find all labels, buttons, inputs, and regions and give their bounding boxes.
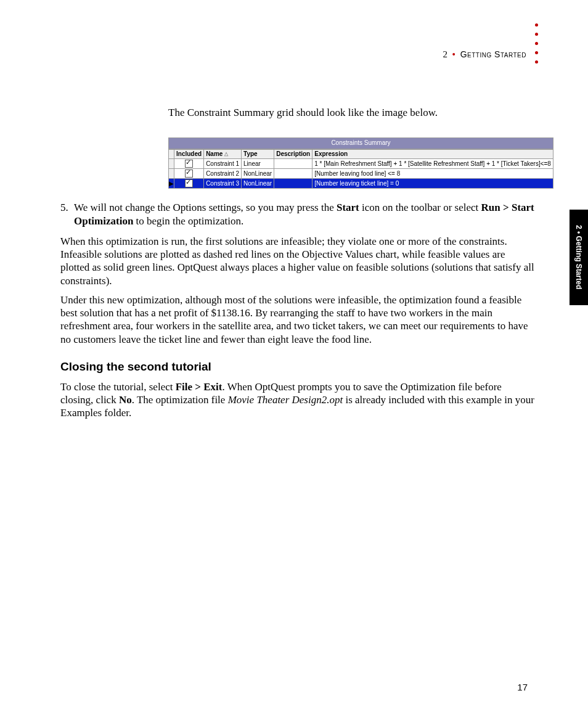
col-expression: Expression: [312, 149, 553, 159]
paragraph-infeasible: When this optimization is run, the first…: [60, 235, 535, 287]
dot-icon: [535, 42, 538, 45]
row-selector-header: [169, 149, 174, 159]
cell-description: [274, 159, 312, 169]
cell-name: Constraint 2: [204, 169, 242, 179]
side-thumb-tab: 2 • Getting Started: [570, 210, 588, 305]
grid-header-row: Included Name △ Type Description Express…: [169, 149, 553, 159]
col-name: Name △: [204, 149, 242, 159]
step5-bold1: Start: [337, 202, 359, 213]
intro-paragraph: The Constraint Summary grid should look …: [168, 106, 535, 119]
col-description: Description: [274, 149, 312, 159]
running-header: 2 • Getting Started: [443, 49, 526, 60]
sort-asc-icon: △: [224, 151, 228, 157]
table-row: Constraint 1 Linear 1 * [Main Refreshmen…: [169, 159, 553, 169]
table-row-selected: ▶ Constraint 3 NonLinear [Number leaving…: [169, 179, 553, 189]
cell-expression: 1 * [Main Refreshment Staff] + 1 * [Sate…: [312, 159, 553, 169]
step5-text1: We will not change the Options settings,…: [74, 202, 337, 213]
chapter-number: 2: [443, 49, 447, 59]
section-heading: Closing the second tutorial: [60, 359, 535, 374]
current-row-icon: ▶: [169, 180, 174, 187]
chapter-title: Getting Started: [460, 49, 526, 59]
closing-b2: No: [119, 394, 132, 406]
closing-t1: To close the tutorial, select: [60, 381, 176, 393]
step-5: 5.We will not change the Options setting…: [60, 201, 535, 227]
checkbox-checked-icon: [185, 170, 193, 178]
bullet-separator-icon: •: [452, 49, 455, 59]
page-content: The Constraint Summary grid should look …: [60, 96, 535, 425]
cell-type: Linear: [242, 159, 274, 169]
cell-type: NonLinear: [242, 169, 274, 179]
paragraph-results: Under this new optimization, although mo…: [60, 293, 535, 346]
cell-description: [274, 169, 312, 179]
step5-text2: icon on the tool­bar or select: [359, 202, 481, 213]
cell-included: [174, 179, 204, 189]
row-selector: [169, 159, 174, 169]
col-included: Included: [174, 149, 204, 159]
dot-icon: [535, 23, 538, 27]
constraints-grid-wrapper: Constraints Summary Included Name △ Type…: [168, 137, 535, 189]
closing-paragraph: To close the tutorial, select File > Exi…: [60, 380, 535, 420]
cell-included: [174, 159, 204, 169]
decorative-dots: [535, 23, 538, 64]
dot-icon: [535, 60, 538, 64]
step-number: 5.: [60, 201, 74, 214]
dot-icon: [535, 51, 538, 54]
grid-title: Constraints Summary: [168, 137, 553, 149]
cell-name: Constraint 3: [204, 179, 242, 189]
side-tab-label: 2 • Getting Started: [574, 225, 583, 289]
cell-type: NonLinear: [242, 179, 274, 189]
cell-expression: [Number leaving ticket line] = 0: [312, 179, 553, 189]
closing-t3: . The optimization file: [132, 394, 228, 406]
cell-description: [274, 179, 312, 189]
document-page: 2 • Getting Started 2 • Getting Started …: [0, 0, 588, 717]
table-row: Constraint 2 NonLinear [Number leaving f…: [169, 169, 553, 179]
dot-icon: [535, 33, 538, 36]
checkbox-checked-icon: [185, 160, 193, 168]
cell-included: [174, 169, 204, 179]
col-type: Type: [242, 149, 274, 159]
checkbox-checked-icon: [185, 179, 193, 187]
cell-name: Constraint 1: [204, 159, 242, 169]
row-selector: [169, 169, 174, 179]
step5-text3: to begin the optimization.: [133, 215, 243, 227]
constraints-summary-table: Constraints Summary Included Name △ Type…: [168, 137, 553, 189]
row-selector-current: ▶: [169, 179, 174, 189]
closing-i1: Movie Theater Design2.opt: [228, 394, 343, 406]
closing-b1: File > Exit: [176, 381, 223, 393]
cell-expression: [Number leaving food line] <= 8: [312, 169, 553, 179]
page-number: 17: [517, 682, 528, 692]
